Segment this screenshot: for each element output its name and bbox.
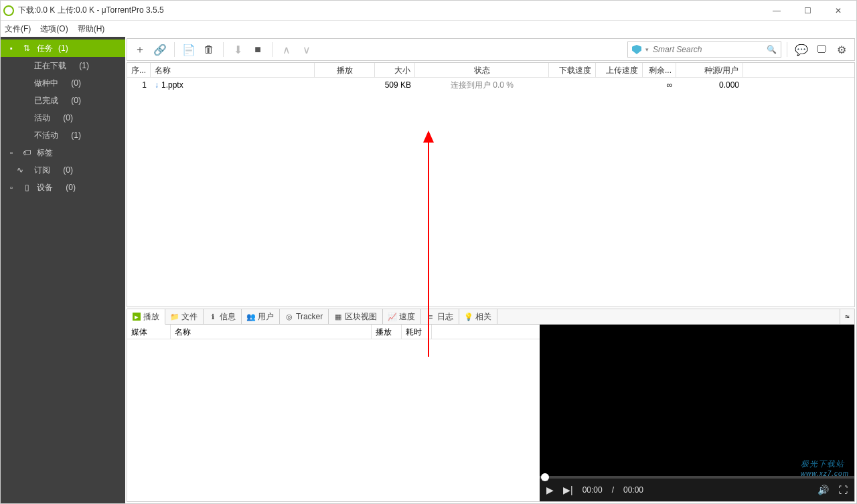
bulb-icon: 💡 (465, 313, 473, 321)
expand-icon[interactable]: ▫ (10, 183, 17, 191)
log-icon: ≡ (426, 313, 435, 321)
add-url-button[interactable]: 🔗 (151, 41, 169, 58)
tag-icon: 🏷 (22, 148, 31, 157)
sidebar-item-completed[interactable]: 已完成 (0) (1, 92, 125, 109)
cell-status: 连接到用户 0.0 % (415, 80, 549, 91)
lcol-play[interactable]: 播放 (372, 325, 402, 339)
move-down-button[interactable]: ∨ (298, 41, 315, 58)
play-button[interactable]: ▶ (546, 485, 554, 495)
info-icon: ℹ (209, 313, 217, 321)
transfer-icon: ⇅ (22, 44, 31, 53)
cell-name: ↓1.pptx (151, 80, 315, 90)
tab-pieces[interactable]: ▦区块视图 (329, 309, 383, 324)
sidebar-item-downloading[interactable]: 正在下载 (1) (1, 57, 125, 74)
col-seeds[interactable]: 种源/用户 (676, 63, 743, 77)
time-sep: / (612, 485, 614, 495)
col-up[interactable]: 上传速度 (596, 63, 643, 77)
sidebar-item-tasks[interactable]: ▪ ⇅ 任务 (1) (1, 39, 125, 57)
move-up-button[interactable]: ∧ (278, 41, 295, 58)
sidebar-item-feeds[interactable]: ∿ 订阅 (0) (1, 161, 125, 179)
play-icon: ▸ (133, 313, 141, 321)
column-headers: 序... 名称 播放 大小 状态 下载速度 上传速度 剩余... 种源/用户 (127, 63, 854, 78)
expand-icon[interactable]: ▫ (10, 149, 17, 157)
window-title: 下载:0.0 K 上传:0.0 K - μTorrentPro 3.5.5 (18, 5, 761, 16)
lcol-name[interactable]: 名称 (171, 325, 372, 339)
fullscreen-icon[interactable]: ⛶ (838, 485, 848, 495)
settings-icon[interactable]: ⚙ (833, 41, 850, 58)
start-button[interactable]: ⬇ (229, 41, 246, 58)
seek-knob[interactable] (541, 473, 549, 481)
detail-tabs: ▸播放 📁文件 ℹ信息 👥用户 ◎Tracker ▦区块视图 📈速度 ≡日志 💡… (127, 309, 855, 325)
rss-icon: ∿ (15, 165, 25, 175)
tab-log[interactable]: ≡日志 (421, 309, 459, 324)
sidebar-item-active[interactable]: 活动 (0) (1, 109, 125, 127)
shield-icon (632, 45, 641, 54)
speed-icon: 📈 (388, 313, 396, 321)
cell-seq: 1 (127, 80, 151, 90)
sidebar-item-seeding[interactable]: 做种中 (0) (1, 74, 125, 92)
tab-speed[interactable]: 📈速度 (383, 309, 421, 324)
sidebar-label: 任务 (37, 43, 53, 54)
col-seq[interactable]: 序... (127, 63, 151, 77)
maximize-button[interactable]: ☐ (792, 1, 823, 21)
search-box[interactable]: ▾ 🔍 (627, 41, 781, 58)
tracker-icon: ◎ (285, 313, 293, 321)
seek-bar[interactable] (540, 476, 854, 479)
search-input[interactable] (653, 45, 763, 54)
col-play[interactable]: 播放 (315, 63, 375, 77)
lcol-media[interactable]: 媒体 (127, 325, 171, 339)
watermark: 极光下载站www.xz7.com (801, 457, 849, 477)
tab-expand-button[interactable]: ≈ (840, 309, 854, 324)
minimize-button[interactable]: ― (761, 1, 792, 21)
title-bar: 下载:0.0 K 上传:0.0 K - μTorrentPro 3.5.5 ― … (1, 1, 856, 21)
create-torrent-button[interactable]: 📄 (180, 41, 198, 58)
toolbar: ＋ 🔗 📄 🗑 ⬇ ■ ∧ ∨ ▾ 🔍 💬 (127, 38, 855, 61)
volume-icon[interactable]: 🔊 (817, 485, 829, 495)
add-torrent-button[interactable]: ＋ (131, 41, 149, 58)
tab-files[interactable]: 📁文件 (165, 309, 204, 324)
sidebar-count: (1) (58, 44, 68, 53)
time-current: 00:00 (582, 485, 603, 495)
cell-eta: ∞ (643, 80, 676, 90)
search-icon[interactable]: 🔍 (767, 45, 777, 54)
dropdown-icon[interactable]: ▾ (645, 46, 649, 53)
sidebar-item-inactive[interactable]: 不活动 (1) (1, 127, 125, 144)
time-duration: 00:00 (623, 485, 643, 495)
torrent-row[interactable]: 1 ↓1.pptx 509 KB 连接到用户 0.0 % ∞ 0.000 (127, 78, 854, 92)
next-button[interactable]: ▶| (563, 485, 573, 495)
col-status[interactable]: 状态 (415, 63, 549, 77)
collapse-icon[interactable]: ▪ (10, 44, 17, 52)
divider (223, 42, 224, 57)
cell-size: 509 KB (375, 80, 415, 90)
lcol-elapsed[interactable]: 耗时 (402, 325, 432, 339)
remote-icon[interactable]: 🖵 (813, 41, 830, 58)
col-size[interactable]: 大小 (375, 63, 415, 77)
remove-button[interactable]: 🗑 (200, 41, 218, 58)
col-down[interactable]: 下载速度 (549, 63, 596, 77)
menu-file[interactable]: 文件(F) (5, 23, 31, 35)
col-eta[interactable]: 剩余... (643, 63, 676, 77)
divider (174, 42, 175, 57)
chat-icon[interactable]: 💬 (793, 41, 810, 58)
sidebar-item-labels[interactable]: ▫ 🏷 标签 (1, 144, 125, 161)
tab-tracker[interactable]: ◎Tracker (280, 309, 329, 324)
menu-options[interactable]: 选项(O) (40, 23, 68, 35)
close-button[interactable]: ✕ (823, 1, 854, 21)
video-player: 极光下载站www.xz7.com ▶ ▶| 00:00 / 00:00 🔊 ⛶ (540, 325, 854, 501)
device-icon: ▯ (22, 183, 31, 192)
tab-related[interactable]: 💡相关 (459, 309, 497, 324)
video-area[interactable] (540, 325, 854, 476)
tab-play[interactable]: ▸播放 (127, 309, 165, 325)
folder-icon: 📁 (171, 313, 179, 321)
col-name[interactable]: 名称 (151, 63, 315, 77)
tab-info[interactable]: ℹ信息 (204, 309, 242, 324)
stop-button[interactable]: ■ (249, 41, 266, 58)
sidebar-item-devices[interactable]: ▫ ▯ 设备 (0) (1, 179, 125, 196)
download-icon: ↓ (155, 80, 159, 90)
tab-peers[interactable]: 👥用户 (242, 309, 280, 324)
menu-bar: 文件(F) 选项(O) 帮助(H) (1, 21, 856, 37)
menu-help[interactable]: 帮助(H) (78, 23, 105, 35)
divider (272, 42, 272, 57)
peers-icon: 👥 (247, 313, 255, 321)
sidebar: ▪ ⇅ 任务 (1) 正在下载 (1) 做种中 (0) 已完成 (0) 活动 (… (1, 37, 125, 503)
